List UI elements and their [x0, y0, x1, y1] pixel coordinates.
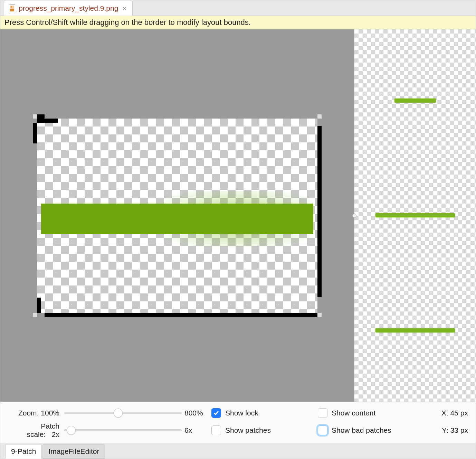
svg-point-2	[11, 6, 12, 8]
patchscale-slider[interactable]	[64, 427, 182, 434]
patch-mark-top[interactable]	[37, 114, 45, 119]
close-tab-icon[interactable]: ×	[122, 4, 127, 12]
file-tab-label: progress_primary_styled.9.png	[19, 4, 118, 12]
patch-mark-bottomleft[interactable]	[37, 298, 41, 313]
open-files-tabbar: progress_primary_styled.9.png ×	[0, 0, 476, 16]
zoom-value: 100%	[41, 409, 59, 417]
corner-bl	[33, 313, 37, 317]
preview-pane	[354, 29, 476, 402]
show-lock-label: Show lock	[225, 409, 258, 417]
ninepatch-image[interactable]	[32, 114, 322, 318]
zoom-max: 800%	[184, 409, 209, 417]
coord-x: X: 45 px	[424, 409, 468, 417]
hint-bar: Press Control/Shift while dragging on th…	[0, 16, 476, 29]
svg-rect-3	[10, 9, 14, 11]
patchscale-max: 6x	[184, 426, 209, 434]
preview-medium	[375, 213, 455, 217]
zoom-slider[interactable]	[64, 409, 182, 417]
show-patches-checkbox[interactable]	[211, 425, 221, 435]
progress-bar-graphic	[41, 204, 313, 234]
svg-rect-1	[10, 6, 14, 9]
patch-mark-top2[interactable]	[37, 119, 58, 123]
pane-splitter-handle[interactable]	[352, 214, 356, 218]
tab-imagefileeditor[interactable]: ImageFileEditor	[42, 444, 105, 459]
corner-br	[317, 313, 322, 317]
show-patches-label: Show patches	[225, 426, 271, 434]
preview-large	[375, 328, 455, 332]
editor-mode-tabbar: 9-Patch ImageFileEditor	[0, 443, 476, 459]
patch-mark-right[interactable]	[317, 126, 322, 297]
corner-tl	[33, 114, 37, 119]
patch-mark-bottom[interactable]	[45, 313, 317, 317]
show-lock-checkbox[interactable]	[211, 408, 221, 418]
patchscale-value: 2x	[52, 430, 59, 438]
patch-mark-left[interactable]	[33, 123, 37, 143]
show-bad-patches-label: Show bad patches	[332, 426, 391, 434]
corner-tr	[317, 114, 322, 119]
file-tab[interactable]: progress_primary_styled.9.png ×	[4, 1, 133, 16]
show-content-checkbox[interactable]	[318, 408, 327, 418]
ninepatch-canvas[interactable]	[0, 29, 354, 402]
image-file-icon	[9, 4, 15, 12]
preview-small	[394, 99, 436, 103]
show-content-label: Show content	[332, 409, 375, 417]
show-bad-patches-checkbox[interactable]	[318, 425, 327, 435]
tab-9patch[interactable]: 9-Patch	[5, 444, 42, 459]
coord-y: Y: 33 px	[424, 426, 468, 434]
zoom-label: Zoom:	[18, 409, 39, 417]
controls-panel: Zoom: 100% 800% Show lock Show content X…	[0, 402, 476, 443]
